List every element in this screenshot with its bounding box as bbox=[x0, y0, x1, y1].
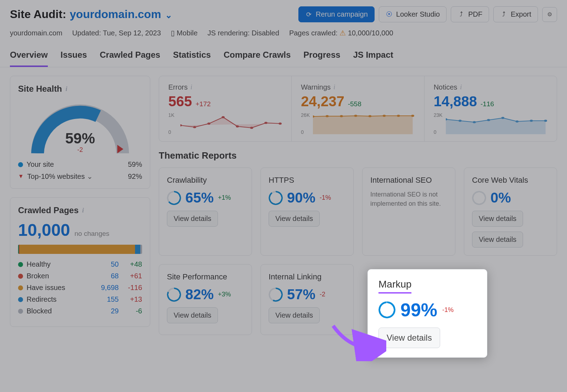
meta-domain: yourdomain.com bbox=[10, 29, 62, 37]
site-health-delta: -2 bbox=[77, 146, 83, 153]
chevron-down-icon[interactable]: ⌄ bbox=[87, 172, 93, 180]
https-report-card[interactable]: HTTPS 90% -1% View details bbox=[260, 167, 354, 256]
looker-icon: ⦿ bbox=[386, 11, 393, 18]
looker-studio-button[interactable]: ⦿ Looker Studio bbox=[379, 6, 447, 22]
tab-js-impact[interactable]: JS Impact bbox=[353, 50, 393, 67]
export-label: Export bbox=[511, 10, 531, 18]
tab-progress[interactable]: Progress bbox=[303, 50, 340, 67]
donut-icon bbox=[472, 191, 486, 205]
warnings-delta: -558 bbox=[348, 100, 361, 108]
svg-point-11 bbox=[326, 115, 329, 117]
view-details-button[interactable]: View details bbox=[378, 328, 440, 348]
info-icon[interactable]: i bbox=[333, 84, 335, 91]
cwv-report-card[interactable]: Core Web Vitals 0% View detailsView deta… bbox=[464, 167, 557, 256]
upload-icon: ⤴ bbox=[457, 11, 465, 18]
dot-icon bbox=[18, 262, 23, 267]
rerun-campaign-button[interactable]: ⟳ Rerun campaign bbox=[298, 6, 375, 22]
crawled-row[interactable]: Redirects 155 +13 bbox=[18, 295, 142, 303]
site-health-card: Site Health i 59% -2 Your site59%▼Top-10… bbox=[10, 76, 150, 189]
crawled-pages-title: Crawled Pages bbox=[18, 205, 79, 215]
dot-icon bbox=[18, 297, 23, 302]
warnings-value: 24,237 bbox=[301, 93, 344, 109]
notices-value: 14,888 bbox=[434, 93, 477, 109]
view-details-button[interactable]: View details bbox=[167, 211, 218, 227]
info-icon[interactable]: i bbox=[460, 84, 462, 91]
domain-selector[interactable]: yourdomain.com ⌄ bbox=[70, 8, 172, 21]
tab-issues[interactable]: Issues bbox=[61, 50, 87, 67]
rerun-label: Rerun campaign bbox=[316, 10, 368, 18]
notices-stat[interactable]: Noticesi 14,888-116 23K0 bbox=[424, 76, 557, 141]
report-delta: -1% bbox=[320, 194, 331, 201]
errors-stat[interactable]: Errorsi 565+172 1K0 bbox=[159, 76, 291, 141]
gear-icon: ⚙ bbox=[547, 11, 552, 18]
view-details-button[interactable]: View details bbox=[472, 232, 523, 248]
svg-point-21 bbox=[473, 121, 476, 123]
upload-icon: ⤴ bbox=[500, 11, 507, 18]
meta-mobile: ▯ Mobile bbox=[171, 29, 197, 37]
pdf-button[interactable]: ⤴ PDF bbox=[451, 6, 489, 22]
markup-delta: -1% bbox=[442, 306, 454, 314]
donut-icon bbox=[167, 288, 181, 302]
donut-icon bbox=[269, 191, 283, 205]
report-title: Crawlability bbox=[167, 176, 244, 185]
perf-report-card[interactable]: Site Performance 82% +3% View details bbox=[159, 264, 252, 335]
crawled-row[interactable]: Healthy 50 +48 bbox=[18, 260, 142, 268]
errors-delta: +172 bbox=[196, 100, 211, 108]
site-health-value: 59% bbox=[65, 130, 95, 147]
warnings-stat[interactable]: Warningsi 24,237-558 26K0 bbox=[291, 76, 424, 141]
tab-compare-crawls[interactable]: Compare Crawls bbox=[224, 50, 291, 67]
export-button[interactable]: ⤴ Export bbox=[493, 6, 538, 22]
info-icon[interactable]: i bbox=[190, 84, 192, 91]
crawled-row[interactable]: Broken 68 +61 bbox=[18, 272, 142, 280]
view-details-button[interactable]: View details bbox=[269, 307, 320, 323]
errors-value: 565 bbox=[168, 93, 192, 109]
page-title-label: Site Audit: bbox=[10, 8, 66, 21]
svg-point-15 bbox=[383, 115, 386, 117]
svg-point-23 bbox=[501, 117, 504, 119]
crawled-row[interactable]: Have issues 9,698 -116 bbox=[18, 284, 142, 292]
tab-statistics[interactable]: Statistics bbox=[173, 50, 211, 67]
markup-report-card[interactable]: Markup 99% -1% View details bbox=[367, 269, 487, 358]
svg-point-5 bbox=[236, 125, 239, 127]
crawled-pages-total: 10,000 bbox=[18, 220, 70, 240]
crawlability-report-card[interactable]: Crawlability 65% +1% View details bbox=[159, 167, 252, 256]
report-title: Internal Linking bbox=[269, 272, 346, 282]
site-health-title: Site Health bbox=[18, 84, 62, 94]
view-details-button[interactable]: View details bbox=[269, 211, 320, 227]
looker-label: Looker Studio bbox=[396, 10, 440, 18]
intl-report-card[interactable]: International SEOInternational SEO is no… bbox=[362, 167, 455, 256]
report-value: 65% bbox=[185, 190, 214, 206]
svg-marker-9 bbox=[313, 116, 413, 134]
report-value: 0% bbox=[490, 190, 511, 206]
report-delta: +1% bbox=[218, 194, 231, 201]
linking-report-card[interactable]: Internal Linking 57% -2 View details bbox=[260, 264, 354, 335]
domain-selector-text: yourdomain.com bbox=[70, 8, 161, 21]
info-icon[interactable]: i bbox=[66, 85, 67, 93]
crawled-pages-changes: no changes bbox=[74, 230, 109, 237]
view-details-button[interactable]: View details bbox=[167, 307, 218, 323]
svg-point-2 bbox=[193, 126, 196, 128]
settings-button[interactable]: ⚙ bbox=[542, 7, 557, 22]
svg-point-3 bbox=[207, 123, 210, 125]
tabs: OverviewIssuesCrawled PagesStatisticsCom… bbox=[0, 50, 567, 67]
tab-overview[interactable]: Overview bbox=[10, 50, 48, 67]
svg-point-1 bbox=[180, 124, 182, 126]
report-title: Site Performance bbox=[167, 272, 244, 282]
notices-delta: -116 bbox=[481, 100, 494, 108]
markup-value: 99% bbox=[400, 299, 437, 320]
view-details-button[interactable]: View details bbox=[472, 211, 523, 227]
report-value: 90% bbox=[287, 190, 315, 206]
svg-point-26 bbox=[544, 120, 547, 122]
chevron-down-icon: ⌄ bbox=[165, 10, 172, 20]
warning-icon: ⚠ bbox=[339, 29, 346, 37]
donut-icon bbox=[269, 288, 283, 302]
info-icon[interactable]: i bbox=[82, 207, 84, 214]
tab-crawled-pages[interactable]: Crawled Pages bbox=[100, 50, 160, 67]
meta-pages: Pages crawled: ⚠ 10,000/10,000 bbox=[289, 29, 393, 37]
report-title: HTTPS bbox=[269, 176, 346, 185]
dot-icon bbox=[18, 274, 23, 279]
issue-stats-strip: Errorsi 565+172 1K0 Warningsi 24,237-558… bbox=[159, 76, 557, 142]
legend-row: Your site59% bbox=[18, 160, 142, 169]
crawled-row[interactable]: Blocked 29 -6 bbox=[18, 307, 142, 315]
pdf-label: PDF bbox=[468, 10, 482, 18]
